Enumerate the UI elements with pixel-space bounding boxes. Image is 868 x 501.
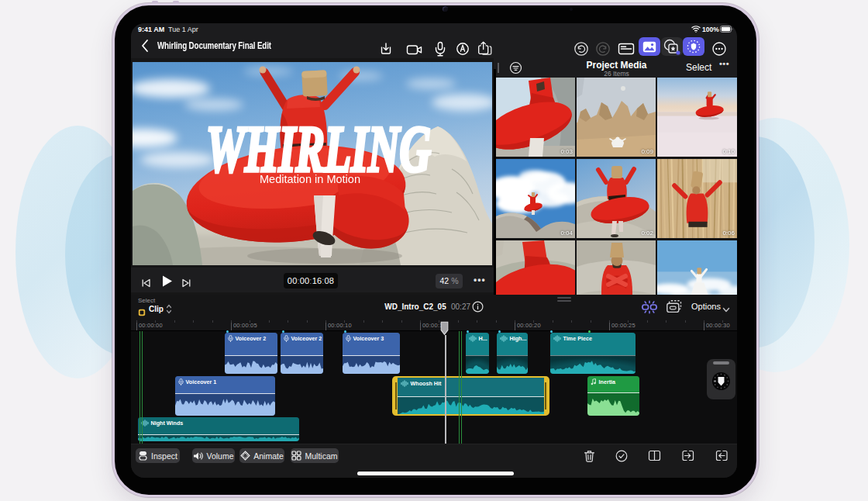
svg-text:Meditation in Motion: Meditation in Motion (260, 172, 360, 185)
